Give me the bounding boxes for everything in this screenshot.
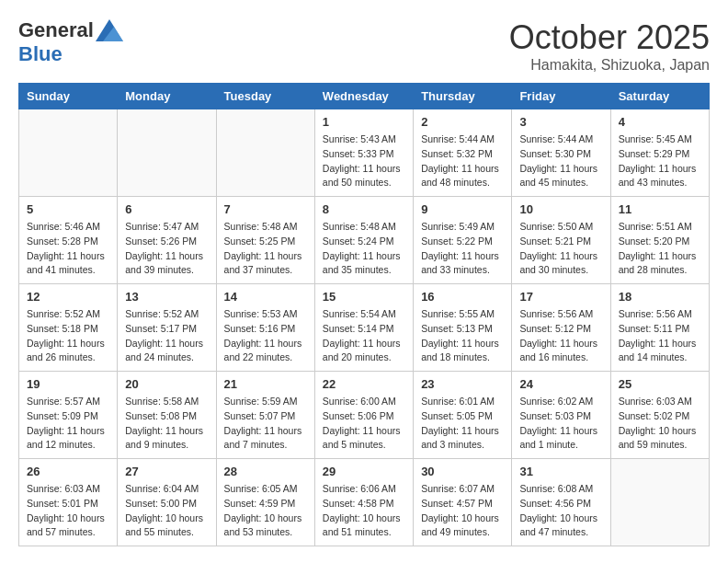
day-cell: 4Sunrise: 5:45 AMSunset: 5:29 PMDaylight… (610, 109, 709, 197)
day-info: Sunrise: 5:55 AMSunset: 5:13 PMDaylight:… (421, 307, 504, 365)
day-cell: 7Sunrise: 5:48 AMSunset: 5:25 PMDaylight… (216, 197, 314, 284)
day-info: Sunrise: 5:56 AMSunset: 5:11 PMDaylight:… (619, 307, 701, 365)
day-number: 19 (27, 377, 109, 391)
day-cell: 22Sunrise: 6:00 AMSunset: 5:06 PMDayligh… (314, 372, 413, 459)
day-cell: 23Sunrise: 6:01 AMSunset: 5:05 PMDayligh… (414, 372, 512, 459)
location: Hamakita, Shizuoka, Japan (509, 57, 710, 74)
day-number: 20 (125, 377, 208, 391)
day-info: Sunrise: 5:43 AMSunset: 5:33 PMDaylight:… (323, 132, 405, 190)
day-cell: 15Sunrise: 5:54 AMSunset: 5:14 PMDayligh… (314, 284, 413, 372)
day-number: 31 (519, 465, 602, 478)
title-area: October 2025 Hamakita, Shizuoka, Japan (509, 18, 710, 74)
day-cell (610, 459, 709, 546)
day-cell: 25Sunrise: 6:03 AMSunset: 5:02 PMDayligh… (610, 372, 709, 459)
day-number: 23 (421, 377, 504, 391)
day-cell: 3Sunrise: 5:44 AMSunset: 5:30 PMDaylight… (512, 109, 610, 197)
calendar: SundayMondayTuesdayWednesdayThursdayFrid… (18, 83, 710, 546)
day-info: Sunrise: 6:08 AMSunset: 4:56 PMDaylight:… (519, 482, 602, 540)
day-number: 25 (619, 377, 701, 391)
day-number: 26 (27, 465, 109, 478)
day-cell: 9Sunrise: 5:49 AMSunset: 5:22 PMDaylight… (414, 197, 512, 284)
day-info: Sunrise: 5:44 AMSunset: 5:32 PMDaylight:… (421, 132, 504, 190)
day-cell: 17Sunrise: 5:56 AMSunset: 5:12 PMDayligh… (512, 284, 610, 372)
day-number: 7 (224, 202, 307, 216)
day-number: 11 (619, 202, 701, 216)
logo-general-text: General (18, 18, 94, 42)
weekday-header-tuesday: Tuesday (216, 84, 314, 109)
day-number: 2 (421, 115, 504, 129)
day-cell: 30Sunrise: 6:07 AMSunset: 4:57 PMDayligh… (414, 459, 512, 546)
day-number: 28 (224, 465, 307, 478)
day-info: Sunrise: 5:49 AMSunset: 5:22 PMDaylight:… (421, 220, 504, 278)
week-row-4: 19Sunrise: 5:57 AMSunset: 5:09 PMDayligh… (19, 372, 710, 459)
week-row-1: 1Sunrise: 5:43 AMSunset: 5:33 PMDaylight… (19, 109, 710, 197)
day-cell: 24Sunrise: 6:02 AMSunset: 5:03 PMDayligh… (512, 372, 610, 459)
day-cell: 5Sunrise: 5:46 AMSunset: 5:28 PMDaylight… (19, 197, 118, 284)
logo-blue-text: Blue (18, 42, 63, 66)
day-number: 18 (619, 290, 701, 304)
day-number: 3 (519, 115, 602, 129)
day-info: Sunrise: 5:46 AMSunset: 5:28 PMDaylight:… (27, 220, 109, 278)
day-cell: 13Sunrise: 5:52 AMSunset: 5:17 PMDayligh… (118, 284, 216, 372)
day-cell: 16Sunrise: 5:55 AMSunset: 5:13 PMDayligh… (414, 284, 512, 372)
day-number: 16 (421, 290, 504, 304)
day-info: Sunrise: 5:58 AMSunset: 5:08 PMDaylight:… (125, 395, 208, 453)
day-cell (216, 109, 314, 197)
day-cell: 6Sunrise: 5:47 AMSunset: 5:26 PMDaylight… (118, 197, 216, 284)
day-cell: 2Sunrise: 5:44 AMSunset: 5:32 PMDaylight… (414, 109, 512, 197)
day-number: 30 (421, 465, 504, 478)
day-cell: 8Sunrise: 5:48 AMSunset: 5:24 PMDaylight… (314, 197, 413, 284)
day-info: Sunrise: 5:44 AMSunset: 5:30 PMDaylight:… (519, 132, 602, 190)
day-cell: 1Sunrise: 5:43 AMSunset: 5:33 PMDaylight… (314, 109, 413, 197)
day-info: Sunrise: 5:47 AMSunset: 5:26 PMDaylight:… (125, 220, 208, 278)
day-cell: 21Sunrise: 5:59 AMSunset: 5:07 PMDayligh… (216, 372, 314, 459)
month-title: October 2025 (509, 18, 710, 57)
weekday-header-thursday: Thursday (414, 84, 512, 109)
day-info: Sunrise: 5:59 AMSunset: 5:07 PMDaylight:… (224, 395, 307, 453)
weekday-header-monday: Monday (118, 84, 216, 109)
day-info: Sunrise: 5:50 AMSunset: 5:21 PMDaylight:… (519, 220, 602, 278)
day-info: Sunrise: 6:02 AMSunset: 5:03 PMDaylight:… (519, 395, 602, 453)
day-info: Sunrise: 6:04 AMSunset: 5:00 PMDaylight:… (125, 482, 208, 540)
day-info: Sunrise: 5:52 AMSunset: 5:17 PMDaylight:… (125, 307, 208, 365)
day-number: 24 (519, 377, 602, 391)
logo-icon (96, 19, 123, 41)
week-row-5: 26Sunrise: 6:03 AMSunset: 5:01 PMDayligh… (19, 459, 710, 546)
day-info: Sunrise: 6:06 AMSunset: 4:58 PMDaylight:… (323, 482, 405, 540)
week-row-3: 12Sunrise: 5:52 AMSunset: 5:18 PMDayligh… (19, 284, 710, 372)
day-cell: 20Sunrise: 5:58 AMSunset: 5:08 PMDayligh… (118, 372, 216, 459)
day-info: Sunrise: 5:52 AMSunset: 5:18 PMDaylight:… (27, 307, 109, 365)
weekday-header-row: SundayMondayTuesdayWednesdayThursdayFrid… (19, 84, 710, 109)
day-info: Sunrise: 6:03 AMSunset: 5:02 PMDaylight:… (619, 395, 701, 453)
day-info: Sunrise: 5:48 AMSunset: 5:25 PMDaylight:… (224, 220, 307, 278)
logo: General Blue (18, 18, 123, 66)
day-number: 14 (224, 290, 307, 304)
day-info: Sunrise: 6:01 AMSunset: 5:05 PMDaylight:… (421, 395, 504, 453)
weekday-header-sunday: Sunday (19, 84, 118, 109)
day-number: 21 (224, 377, 307, 391)
day-number: 6 (125, 202, 208, 216)
day-number: 10 (519, 202, 602, 216)
day-cell: 29Sunrise: 6:06 AMSunset: 4:58 PMDayligh… (314, 459, 413, 546)
day-number: 22 (323, 377, 405, 391)
day-info: Sunrise: 5:54 AMSunset: 5:14 PMDaylight:… (323, 307, 405, 365)
day-number: 15 (323, 290, 405, 304)
day-number: 9 (421, 202, 504, 216)
day-number: 4 (619, 115, 701, 129)
day-number: 1 (323, 115, 405, 129)
day-number: 29 (323, 465, 405, 478)
day-number: 8 (323, 202, 405, 216)
day-info: Sunrise: 5:53 AMSunset: 5:16 PMDaylight:… (224, 307, 307, 365)
day-number: 5 (27, 202, 109, 216)
weekday-header-friday: Friday (512, 84, 610, 109)
header: General Blue October 2025 Hamakita, Shiz… (18, 18, 710, 74)
day-info: Sunrise: 5:45 AMSunset: 5:29 PMDaylight:… (619, 132, 701, 190)
day-cell: 11Sunrise: 5:51 AMSunset: 5:20 PMDayligh… (610, 197, 709, 284)
day-info: Sunrise: 6:05 AMSunset: 4:59 PMDaylight:… (224, 482, 307, 540)
day-number: 12 (27, 290, 109, 304)
weekday-header-saturday: Saturday (610, 84, 709, 109)
day-cell: 14Sunrise: 5:53 AMSunset: 5:16 PMDayligh… (216, 284, 314, 372)
day-info: Sunrise: 6:07 AMSunset: 4:57 PMDaylight:… (421, 482, 504, 540)
day-info: Sunrise: 5:56 AMSunset: 5:12 PMDaylight:… (519, 307, 602, 365)
day-cell: 10Sunrise: 5:50 AMSunset: 5:21 PMDayligh… (512, 197, 610, 284)
